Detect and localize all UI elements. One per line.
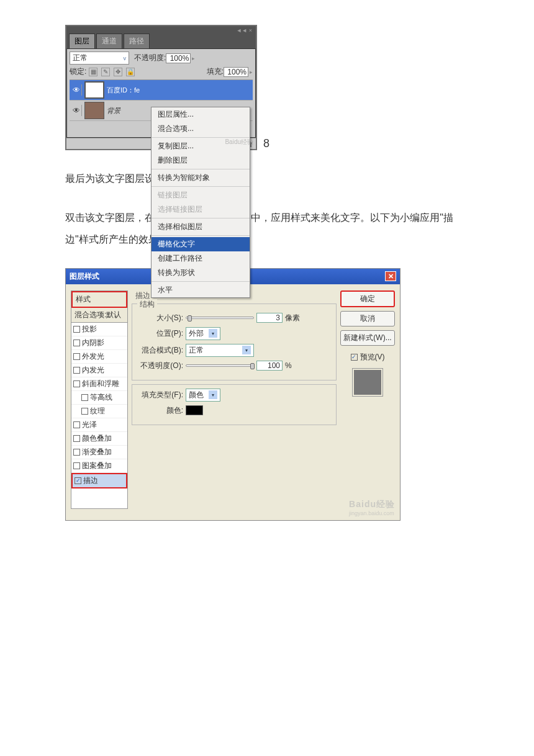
menu-item[interactable]: 混合选项... (152, 122, 250, 136)
paragraph: 双击该文字图层，在打开的"图层样式"窗口中，应用样式来美化文字。以下为小编应用"… (65, 207, 469, 250)
position-label: 位置(P): (136, 328, 183, 339)
dialog-title: 图层样式 (70, 271, 99, 282)
section-title: 描边 (135, 290, 337, 301)
menu-item-disabled: 选择链接图层 (152, 202, 250, 217)
blend-options-default[interactable]: 混合选项:默认 (71, 308, 127, 323)
blend-mode-value: 正常 (73, 53, 88, 63)
style-item[interactable]: 纹理 (71, 405, 127, 418)
panel-tabs: 图层 通道 路径 (66, 34, 256, 48)
figure-number: 8 (263, 137, 269, 150)
ok-button[interactable]: 确定 (340, 290, 395, 307)
size-input[interactable]: 3 (256, 313, 283, 323)
menu-item[interactable]: 创建工作路径 (152, 251, 250, 266)
style-item[interactable]: 光泽 (71, 418, 127, 432)
style-item[interactable]: 投影 (71, 323, 127, 336)
close-icon[interactable]: ✕ (385, 271, 396, 281)
size-label: 大小(S): (136, 313, 183, 323)
style-item[interactable]: 外发光 (71, 350, 127, 364)
preview-checkbox[interactable]: ✓预览(V) (340, 352, 395, 362)
fill-input[interactable]: 100% (224, 67, 248, 77)
fill-fieldset: 填充类型(F): 颜色▾ 颜色: (132, 384, 337, 425)
tab-layers[interactable]: 图层 (69, 34, 95, 48)
opacity-flyout-icon[interactable]: ▸ (192, 55, 195, 61)
style-item[interactable]: 斜面和浮雕 (71, 377, 127, 391)
layer-name: 百度ID：fe (107, 86, 140, 95)
lock-position-icon[interactable]: ✥ (114, 68, 122, 76)
lock-icons: ▦ ✎ ✥ 🔒 (89, 68, 135, 76)
opacity-label: 不透明度: (134, 53, 166, 63)
styles-header[interactable]: 样式 (71, 291, 127, 308)
paragraph: 最后为该文字图层设置样式： (65, 168, 469, 189)
style-item[interactable]: 内发光 (71, 364, 127, 377)
style-item[interactable]: 颜色叠加 (71, 432, 127, 446)
fill-label: 填充: (207, 66, 224, 77)
structure-fieldset: 结构 大小(S): 3 像素 位置(P): 外部▾ 混合模式(B (132, 304, 337, 380)
style-item[interactable]: 等高线 (71, 391, 127, 405)
menu-item-disabled: 链接图层 (152, 188, 250, 202)
chevron-down-icon: v (124, 55, 127, 61)
menu-item[interactable]: 图层属性... (152, 107, 250, 122)
menu-item-rasterize-type[interactable]: 栅格化文字 (152, 237, 250, 251)
opacity-unit: % (285, 361, 292, 370)
menu-item[interactable]: 转换为形状 (152, 266, 250, 280)
opacity-input[interactable]: 100% (166, 53, 191, 63)
opacity-input[interactable]: 100 (256, 361, 283, 371)
preview-swatch (353, 369, 382, 396)
panel-collapse-icon[interactable]: ◄◄ × (236, 27, 252, 34)
visibility-icon[interactable]: 👁 (71, 105, 82, 116)
blend-mode-select[interactable]: 正常 v (70, 52, 129, 65)
color-swatch[interactable] (186, 405, 203, 415)
lock-transparency-icon[interactable]: ▦ (89, 68, 97, 76)
visibility-icon[interactable]: 👁 (71, 84, 82, 96)
background-thumb (84, 102, 104, 119)
chevron-down-icon: ▾ (209, 390, 217, 399)
new-style-button[interactable]: 新建样式(W)... (340, 330, 395, 346)
color-label: 颜色: (136, 405, 183, 416)
lock-paint-icon[interactable]: ✎ (101, 68, 110, 76)
position-select[interactable]: 外部▾ (186, 327, 220, 340)
panel-min-controls: ◄◄ × (66, 26, 256, 34)
dialog-buttons: 确定 取消 新建样式(W)... ✓预览(V) (340, 290, 395, 509)
watermark: Baidu经验 (225, 138, 253, 146)
style-item[interactable]: 内阴影 (71, 336, 127, 350)
fill-flyout-icon[interactable]: ▸ (250, 69, 253, 75)
layer-context-menu: 图层属性... 混合选项... 复制图层... 删除图层 转换为智能对象 链接图… (151, 107, 250, 298)
blend-mode-select[interactable]: 正常▾ (186, 344, 254, 357)
text-layer-thumb: T (84, 81, 104, 99)
opacity-label: 不透明度(O): (136, 361, 183, 371)
menu-item[interactable]: 转换为智能对象 (152, 171, 250, 185)
chevron-down-icon: ▾ (242, 346, 251, 354)
stroke-settings: 描边 结构 大小(S): 3 像素 位置(P): 外部▾ (132, 290, 337, 509)
watermark: Baidu经验 jingyan.baidu.com (349, 499, 395, 516)
lock-label: 锁定: (70, 66, 86, 77)
fill-type-label: 填充类型(F): (136, 390, 183, 400)
structure-legend: 结构 (137, 299, 157, 310)
opacity-slider[interactable] (186, 364, 254, 367)
style-item[interactable]: 图案叠加 (71, 459, 127, 473)
lock-all-icon[interactable]: 🔒 (126, 68, 135, 76)
blend-mode-label: 混合模式(B): (136, 345, 183, 356)
chevron-down-icon: ▾ (209, 329, 217, 338)
layers-panel: ◄◄ × 图层 通道 路径 正常 v 不透明度: (66, 26, 256, 149)
tab-channels[interactable]: 通道 (96, 34, 122, 48)
layer-style-dialog: 图层样式 ✕ 样式 混合选项:默认 投影 内阴影 外发光 内发光 斜面和浮雕 等… (65, 268, 400, 521)
size-unit: 像素 (285, 313, 300, 323)
cancel-button[interactable]: 取消 (340, 311, 395, 326)
layer-name: 背景 (107, 106, 120, 115)
menu-item[interactable]: 选择相似图层 (152, 220, 250, 234)
menu-item[interactable]: 删除图层 (152, 153, 250, 168)
style-item[interactable]: 渐变叠加 (71, 446, 127, 459)
size-slider[interactable] (186, 317, 254, 319)
style-item-stroke[interactable]: ✓描边 (71, 473, 127, 488)
tab-paths[interactable]: 路径 (124, 34, 150, 48)
fill-type-select[interactable]: 颜色▾ (186, 389, 220, 402)
style-list: 样式 混合选项:默认 投影 内阴影 外发光 内发光 斜面和浮雕 等高线 纹理 光… (71, 290, 128, 509)
layer-row-selected[interactable]: 👁 T 百度ID：fe (70, 80, 253, 101)
